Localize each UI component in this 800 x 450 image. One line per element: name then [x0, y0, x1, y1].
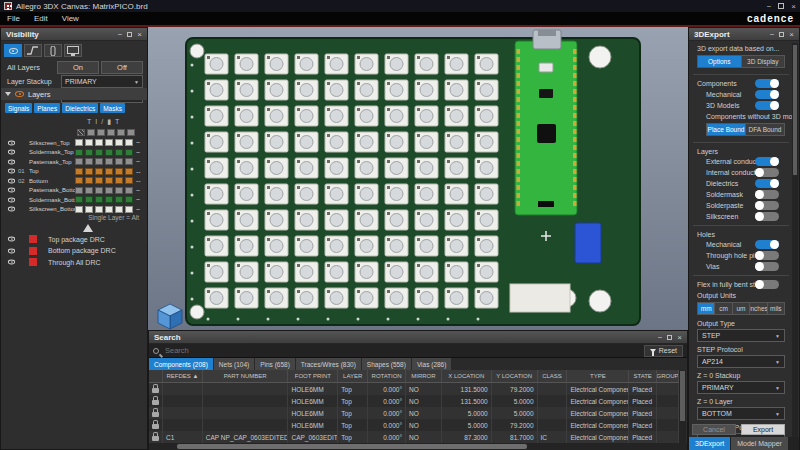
- drc-row[interactable]: Through All DRC: [1, 257, 147, 267]
- drc-row[interactable]: Bottom package DRC: [1, 246, 147, 256]
- layer-row[interactable]: 02Bottom--: [1, 176, 147, 186]
- search-input[interactable]: [165, 346, 644, 355]
- search-tab[interactable]: Nets (104): [214, 358, 254, 370]
- layer-color-square[interactable]: [95, 139, 103, 146]
- layer-color-square[interactable]: [105, 196, 113, 203]
- panel-minimize-icon[interactable]: −: [770, 30, 775, 39]
- menu-edit[interactable]: Edit: [27, 14, 55, 23]
- column-header-layer[interactable]: LAYER: [338, 370, 368, 382]
- menu-file[interactable]: File: [0, 14, 27, 23]
- menu-view[interactable]: View: [55, 14, 86, 23]
- layer-color-square[interactable]: [115, 168, 123, 175]
- segment-option[interactable]: 3D Display: [742, 56, 785, 67]
- toggle-switch[interactable]: [755, 157, 779, 166]
- tab-model-mapper[interactable]: Model Mapper: [731, 437, 788, 450]
- panel-close-icon[interactable]: ×: [677, 333, 682, 342]
- layer-row[interactable]: Pastemask_Top~: [1, 157, 147, 167]
- layer-stackup-select[interactable]: PRIMARY ▼: [61, 75, 143, 88]
- grid-all-square[interactable]: [77, 129, 85, 136]
- table-row[interactable]: HOLE6MMTop0.000°NO5.00005.0000Electrical…: [149, 407, 679, 419]
- layer-color-square[interactable]: [105, 177, 113, 184]
- column-header-group[interactable]: GROUP: [657, 370, 679, 382]
- layer-color-square[interactable]: [85, 196, 93, 203]
- layer-color-square[interactable]: [125, 139, 133, 146]
- grid-all-square[interactable]: [87, 129, 95, 136]
- dropdown-select[interactable]: BOTTOM▼: [697, 407, 785, 420]
- grid-all-square[interactable]: [117, 129, 125, 136]
- layer-row[interactable]: Soldermask_Bott...~: [1, 195, 147, 205]
- layer-color-square[interactable]: [125, 158, 133, 165]
- window-maximize-icon[interactable]: [778, 3, 784, 9]
- layer-color-square[interactable]: [115, 139, 123, 146]
- grid-all-square[interactable]: [127, 129, 135, 136]
- layer-color-square[interactable]: [115, 187, 123, 194]
- search-tab[interactable]: Traces/Wires (830): [296, 358, 361, 370]
- column-header-class[interactable]: CLASS: [538, 370, 568, 382]
- layer-color-square[interactable]: [115, 177, 123, 184]
- eye-icon[interactable]: [8, 248, 15, 253]
- layer-color-square[interactable]: [105, 158, 113, 165]
- layer-color-square[interactable]: [85, 168, 93, 175]
- layer-color-square[interactable]: [105, 168, 113, 175]
- layer-color-square[interactable]: [105, 139, 113, 146]
- cross-section-button[interactable]: [24, 44, 42, 57]
- layer-color-square[interactable]: [115, 158, 123, 165]
- grid-all-square[interactable]: [97, 129, 105, 136]
- layer-color-square[interactable]: [75, 139, 83, 146]
- layer-color-square[interactable]: [75, 177, 83, 184]
- layer-color-square[interactable]: [105, 187, 113, 194]
- toggle-switch[interactable]: [755, 212, 779, 221]
- panel-close-icon[interactable]: ×: [137, 30, 142, 39]
- panel-close-icon[interactable]: ×: [789, 30, 794, 39]
- view-cube-icon[interactable]: [157, 303, 184, 330]
- filter-chip-signals[interactable]: Signals: [5, 103, 32, 113]
- layer-color-square[interactable]: [95, 187, 103, 194]
- toggle-switch[interactable]: [755, 168, 779, 177]
- column-header-refdes[interactable]: REFDES ▲: [163, 370, 203, 382]
- layer-color-square[interactable]: [95, 196, 103, 203]
- toggle-switch[interactable]: [755, 201, 779, 210]
- layer-color-square[interactable]: [75, 196, 83, 203]
- layer-color-square[interactable]: [125, 168, 133, 175]
- table-horizontal-scrollbar[interactable]: [149, 443, 687, 450]
- export-panel-scrollbar[interactable]: [792, 43, 798, 437]
- segment-option[interactable]: mils: [768, 303, 784, 314]
- visibility-eye-button[interactable]: [4, 44, 22, 57]
- layer-color-square[interactable]: [95, 168, 103, 175]
- column-header-part_number[interactable]: PART NUMBER: [203, 370, 289, 382]
- search-tab[interactable]: Components (208): [149, 358, 213, 370]
- panel-float-icon[interactable]: [667, 335, 672, 340]
- layer-color-square[interactable]: [85, 177, 93, 184]
- layer-color-square[interactable]: [125, 206, 133, 213]
- grid-all-square[interactable]: [107, 129, 115, 136]
- layer-color-square[interactable]: [95, 158, 103, 165]
- eye-icon[interactable]: [8, 169, 15, 174]
- toggle-switch[interactable]: [755, 101, 779, 110]
- layer-color-square[interactable]: [85, 158, 93, 165]
- search-tab[interactable]: Vias (286): [412, 358, 452, 370]
- toggle-switch[interactable]: [755, 240, 779, 249]
- filter-chip-dielectrics[interactable]: Dielectrics: [62, 103, 98, 113]
- stackup-button[interactable]: [44, 44, 62, 57]
- panel-minimize-icon[interactable]: −: [658, 333, 663, 342]
- toggle-switch[interactable]: [755, 179, 779, 188]
- column-header-x[interactable]: X LOCATION: [442, 370, 492, 382]
- filter-chip-planes[interactable]: Planes: [34, 103, 60, 113]
- column-header-y[interactable]: Y LOCATION: [492, 370, 538, 382]
- toggle-switch[interactable]: [755, 79, 779, 88]
- eye-icon[interactable]: [8, 207, 15, 212]
- table-vertical-scrollbar[interactable]: [679, 370, 686, 443]
- window-close-icon[interactable]: ×: [791, 2, 796, 11]
- cancel-button[interactable]: Cancel: [692, 424, 736, 435]
- segment-option[interactable]: um: [733, 303, 750, 314]
- segment-option[interactable]: cm: [715, 303, 732, 314]
- drc-row[interactable]: Top package DRC: [1, 234, 147, 244]
- layer-color-square[interactable]: [105, 149, 113, 156]
- layer-color-square[interactable]: [115, 149, 123, 156]
- display-button[interactable]: [64, 44, 82, 57]
- panel-float-icon[interactable]: [127, 32, 132, 37]
- column-header-footprint[interactable]: FOOT PRINT: [288, 370, 338, 382]
- tab-3dexport[interactable]: 3DExport: [689, 437, 730, 450]
- eye-icon[interactable]: [8, 150, 15, 155]
- layer-color-square[interactable]: [75, 168, 83, 175]
